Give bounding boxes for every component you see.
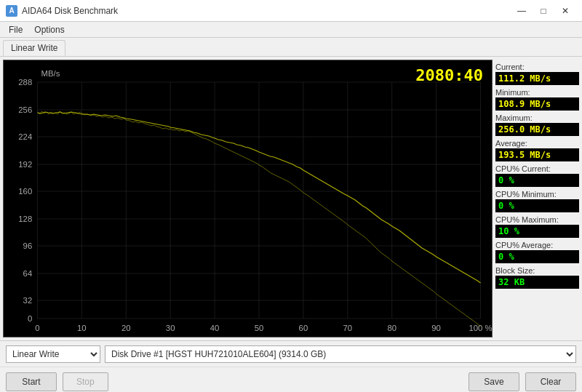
stat-cpu-current: CPU% Current: 0 % (495, 164, 579, 187)
svg-text:60: 60 (299, 324, 308, 332)
svg-text:288: 288 (18, 78, 32, 87)
svg-text:10: 10 (77, 324, 87, 332)
chart-timer: 2080:40 (415, 66, 483, 84)
svg-text:128: 128 (18, 215, 32, 223)
svg-text:256: 256 (18, 105, 32, 114)
stat-average: Average: 193.5 MB/s (495, 139, 579, 161)
cpu-minimum-value: 0 % (495, 199, 579, 212)
svg-text:90: 90 (431, 324, 441, 332)
svg-text:100 %: 100 % (469, 324, 492, 332)
svg-text:32: 32 (23, 296, 33, 305)
cpu-maximum-value: 10 % (495, 225, 579, 238)
drive-select[interactable]: Disk Drive #1 [HGST HUH721010ALE604] (93… (105, 345, 576, 363)
button-row: Start Stop Save Clear (0, 367, 582, 392)
svg-rect-0 (4, 60, 492, 337)
svg-text:0: 0 (35, 324, 39, 332)
average-value: 193.5 MB/s (495, 148, 579, 161)
stop-button[interactable]: Stop (63, 372, 108, 391)
minimum-label: Minimum: (495, 88, 579, 97)
menu-file[interactable]: File (3, 23, 28, 36)
svg-text:96: 96 (23, 241, 33, 250)
stat-maximum: Maximum: 256.0 MB/s (495, 113, 579, 136)
stat-cpu-minimum: CPU% Minimum: 0 % (495, 190, 579, 212)
stat-minimum: Minimum: 108.9 MB/s (495, 88, 579, 111)
maximum-value: 256.0 MB/s (495, 123, 579, 136)
main-content: 2080:40 (0, 57, 582, 340)
svg-text:MB/s: MB/s (41, 69, 60, 78)
block-size-value: 32 KB (495, 276, 579, 289)
svg-text:192: 192 (18, 160, 32, 169)
app-icon: A (6, 5, 17, 17)
cpu-average-value: 0 % (495, 250, 579, 263)
average-label: Average: (495, 139, 579, 148)
stat-cpu-maximum: CPU% Maximum: 10 % (495, 215, 579, 238)
stat-block-size: Block Size: 32 KB (495, 266, 579, 289)
svg-text:224: 224 (18, 132, 32, 141)
save-button[interactable]: Save (469, 372, 519, 391)
stat-current: Current: 111.2 MB/s (495, 63, 579, 85)
current-label: Current: (495, 63, 579, 71)
menu-bar: File Options (0, 22, 582, 38)
minimize-button[interactable]: — (511, 4, 533, 18)
bottom-controls: Linear Write Linear Read Random Read Ran… (0, 340, 582, 367)
stats-sidebar: Current: 111.2 MB/s Minimum: 108.9 MB/s … (495, 60, 579, 337)
stat-cpu-average: CPU% Average: 0 % (495, 241, 579, 263)
tab-bar: Linear Write (0, 38, 582, 57)
maximize-button[interactable]: □ (533, 4, 554, 18)
block-size-label: Block Size: (495, 266, 579, 275)
minimum-value: 108.9 MB/s (495, 97, 579, 111)
cpu-minimum-label: CPU% Minimum: (495, 190, 579, 199)
cpu-current-value: 0 % (495, 174, 579, 187)
benchmark-chart: 288 256 224 192 160 128 96 64 32 0 0 10 … (4, 60, 492, 337)
chart-area: 2080:40 (3, 60, 493, 337)
menu-options[interactable]: Options (28, 23, 70, 36)
test-type-select[interactable]: Linear Write Linear Read Random Read Ran… (6, 345, 100, 363)
tab-linear-write[interactable]: Linear Write (3, 40, 65, 56)
maximum-label: Maximum: (495, 113, 579, 122)
clear-button[interactable]: Clear (525, 372, 576, 391)
svg-text:160: 160 (18, 187, 32, 196)
window-controls: — □ ✕ (511, 4, 576, 18)
title-bar: A AIDA64 Disk Benchmark — □ ✕ (0, 0, 582, 22)
cpu-current-label: CPU% Current: (495, 164, 579, 173)
cpu-maximum-label: CPU% Maximum: (495, 215, 579, 224)
svg-text:40: 40 (210, 324, 220, 332)
svg-text:64: 64 (23, 269, 33, 278)
svg-text:30: 30 (166, 324, 175, 332)
cpu-average-label: CPU% Average: (495, 241, 579, 249)
app-title: AIDA64 Disk Benchmark (22, 6, 118, 16)
current-value: 111.2 MB/s (495, 72, 579, 85)
start-button[interactable]: Start (6, 372, 57, 391)
svg-text:70: 70 (343, 324, 352, 332)
title-bar-left: A AIDA64 Disk Benchmark (6, 5, 118, 17)
svg-text:20: 20 (121, 324, 131, 332)
close-button[interactable]: ✕ (554, 4, 576, 18)
svg-text:0: 0 (28, 314, 32, 323)
svg-text:50: 50 (255, 324, 264, 332)
svg-text:80: 80 (387, 324, 396, 332)
